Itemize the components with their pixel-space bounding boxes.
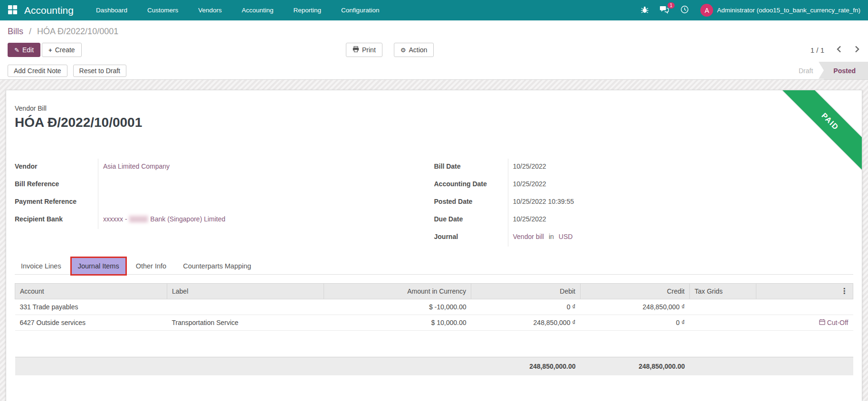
column-header-credit[interactable]: Credit — [581, 284, 690, 299]
field-journal: Journal Vendor billinUSD — [434, 229, 854, 247]
due-date-value: 10/25/2022 — [508, 211, 854, 229]
avatar: A — [700, 4, 713, 17]
nav-item-configuration[interactable]: Configuration — [331, 0, 389, 20]
edit-button[interactable]: ✎ Edit — [8, 43, 40, 57]
state-posted[interactable]: Posted — [824, 62, 868, 79]
optional-columns-icon[interactable]: ⋮ — [840, 287, 848, 295]
cell-debit: 0 ₫ — [471, 299, 581, 315]
action-button-label: Action — [409, 46, 427, 54]
cell-tax-grids — [690, 315, 756, 331]
pager-previous-button[interactable] — [836, 45, 842, 55]
bill-date-label: Bill Date — [434, 159, 508, 176]
field-recipient-bank: Recipient Bank xxxxxx - xxxxx Bank (Sing… — [15, 211, 434, 229]
posted-date-label: Posted Date — [434, 194, 508, 211]
empty-rows-area — [15, 331, 853, 357]
table-row[interactable]: 6427 Outside services Transportation Ser… — [15, 315, 853, 331]
column-header-tax-grids[interactable]: Tax Grids — [690, 284, 756, 299]
field-accounting-date: Accounting Date 10/25/2022 — [434, 176, 854, 194]
create-button-label: Create — [55, 46, 75, 54]
chevron-left-icon — [837, 46, 841, 54]
debug-menu-button[interactable] — [635, 0, 654, 20]
nav-item-accounting[interactable]: Accounting — [232, 0, 284, 20]
recipient-bank-prefix: xxxxxx - — [103, 215, 129, 223]
reset-to-draft-button[interactable]: Reset to Draft — [73, 65, 126, 77]
edit-create-group: ✎ Edit + Create — [8, 43, 82, 57]
cell-credit: 248,850,000 ₫ — [581, 299, 690, 315]
cutoff-tag[interactable]: Cut-Off — [819, 319, 849, 326]
accounting-date-label: Accounting Date — [434, 176, 508, 194]
recipient-bank-link[interactable]: xxxxxx - xxxxx Bank (Singapore) Limited — [103, 215, 225, 223]
print-button[interactable]: Print — [346, 43, 382, 57]
column-header-debit[interactable]: Debit — [471, 284, 581, 299]
vendor-bill-sheet: PAID Vendor Bill HÓA Đ/2022/10/0001 Vend… — [6, 90, 862, 401]
vendor-link[interactable]: Asia Limited Company — [103, 162, 170, 170]
payment-reference-value — [98, 194, 434, 211]
calendar-icon — [819, 319, 825, 326]
cell-label — [167, 299, 324, 315]
breadcrumb-bills-link[interactable]: Bills — [8, 27, 23, 36]
field-due-date: Due Date 10/25/2022 — [434, 211, 854, 229]
redacted-text: xxxxx — [129, 215, 148, 223]
tab-counterparts-mapping[interactable]: Counterparts Mapping — [177, 258, 257, 274]
bill-reference-label: Bill Reference — [15, 176, 98, 194]
cell-debit: 248,850,000 ₫ — [471, 315, 581, 331]
user-menu[interactable]: A Administrator (odoo15_to_bank_currency… — [695, 4, 860, 17]
pager: 1 / 1 — [811, 45, 860, 55]
activities-button[interactable] — [675, 0, 695, 20]
tab-journal-items[interactable]: Journal Items — [72, 258, 125, 274]
field-vendor: Vendor Asia Limited Company — [15, 159, 434, 176]
tab-other-info[interactable]: Other Info — [130, 258, 172, 274]
table-row[interactable]: 331 Trade payables $ -10,000.00 0 ₫ 248,… — [15, 299, 853, 315]
column-header-account[interactable]: Account — [15, 284, 167, 299]
state-draft[interactable]: Draft — [787, 62, 819, 79]
recipient-bank-label: Recipient Bank — [15, 211, 98, 229]
bug-icon — [641, 6, 649, 15]
state-steps: Draft Posted — [787, 62, 868, 79]
control-panel: ✎ Edit + Create Print ⚙ Action 1 / 1 — [0, 40, 868, 62]
column-header-label[interactable]: Label — [167, 284, 324, 299]
journal-label: Journal — [434, 229, 508, 247]
apps-menu-button[interactable] — [8, 5, 18, 16]
breadcrumb-separator: / — [29, 27, 31, 36]
app-name[interactable]: Accounting — [24, 5, 74, 16]
edit-button-label: Edit — [22, 46, 34, 54]
due-date-label: Due Date — [434, 211, 508, 229]
apps-grid-icon — [8, 5, 18, 16]
create-button[interactable]: + Create — [42, 43, 82, 57]
clock-icon — [680, 5, 689, 15]
message-counter-badge: 1 — [668, 2, 675, 9]
cell-amount-in-currency: $ 10,000.00 — [324, 315, 471, 331]
pager-next-button[interactable] — [854, 45, 860, 55]
nav-item-reporting[interactable]: Reporting — [284, 0, 332, 20]
messages-button[interactable]: 1 — [654, 0, 675, 20]
nav-item-customers[interactable]: Customers — [137, 0, 188, 20]
accounting-date-value: 10/25/2022 — [508, 176, 854, 194]
nav-item-dashboard[interactable]: Dashboard — [86, 0, 137, 20]
column-header-amount-in-currency[interactable]: Amount in Currency — [324, 284, 471, 299]
cell-account: 331 Trade payables — [15, 299, 167, 315]
systray: 1 A Administrator (odoo15_to_bank_curren… — [635, 0, 860, 20]
breadcrumb: Bills / HÓA Đ/2022/10/0001 — [0, 20, 868, 40]
currency-link[interactable]: USD — [559, 233, 573, 240]
field-group-right: Bill Date 10/25/2022 Accounting Date 10/… — [434, 159, 854, 247]
add-credit-note-button[interactable]: Add Credit Note — [8, 65, 67, 77]
username: Administrator (odoo15_to_bank_currency_r… — [717, 7, 860, 14]
gear-icon: ⚙ — [401, 47, 406, 53]
nav-item-vendors[interactable]: Vendors — [188, 0, 232, 20]
cell-label: Transportation Service — [167, 315, 324, 331]
field-group-left: Vendor Asia Limited Company Bill Referen… — [15, 159, 434, 247]
field-posted-date: Posted Date 10/25/2022 10:39:55 — [434, 194, 854, 211]
posted-date-value: 10/25/2022 10:39:55 — [508, 194, 854, 211]
total-debit: 248,850,000.00 — [471, 357, 581, 376]
cell-credit: 0 ₫ — [581, 315, 690, 331]
journal-link[interactable]: Vendor bill — [513, 233, 544, 240]
payment-reference-label: Payment Reference — [15, 194, 98, 211]
recipient-bank-suffix: Bank (Singapore) Limited — [148, 215, 225, 223]
cell-amount-in-currency: $ -10,000.00 — [324, 299, 471, 315]
action-button[interactable]: ⚙ Action — [394, 43, 434, 57]
cell-extra — [756, 299, 853, 315]
state-arrow-divider — [819, 62, 824, 79]
tab-invoice-lines[interactable]: Invoice Lines — [15, 258, 67, 274]
chevron-right-icon — [855, 46, 859, 54]
pager-count: 1 / 1 — [811, 46, 824, 54]
